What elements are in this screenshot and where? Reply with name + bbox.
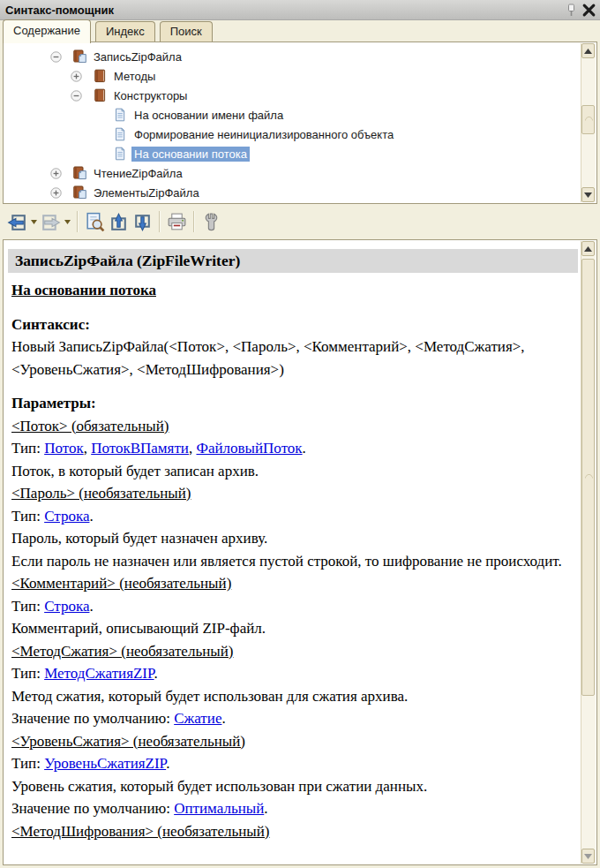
book-with-page-icon <box>72 49 91 64</box>
tree-scroll-up-icon[interactable] <box>581 43 595 58</box>
text-run: . <box>221 710 225 727</box>
book-icon <box>93 88 111 102</box>
book-with-page-icon <box>72 185 91 200</box>
help-content-panel: ЗаписьZipФайла (ZipFileWriter) На основа… <box>3 239 597 865</box>
tree-item[interactable]: На основании потока <box>4 144 581 163</box>
content-paragraph: Тип: Строка. <box>11 505 569 528</box>
tree-scroll-down-icon[interactable] <box>581 187 595 202</box>
find-in-contents-button[interactable] <box>83 210 107 234</box>
text-run: <УровеньСжатия> (необязательный) <box>11 733 245 750</box>
forward-button-dropdown-icon[interactable] <box>63 210 72 234</box>
close-icon[interactable] <box>581 3 596 18</box>
expander-minus-icon[interactable] <box>71 90 93 102</box>
tree-item-label: На основании имени файла <box>131 108 286 123</box>
content-paragraph: Пароль, который будет назначен архиву. <box>11 527 569 550</box>
tree-item[interactable]: ЧтениеZipФайла <box>4 163 581 183</box>
tree-scrollbar-thumb[interactable] <box>581 105 595 134</box>
param-heading: <УровеньСжатия> (необязательный) <box>11 730 569 753</box>
content-paragraph: Тип: УровеньСжатияZIP. <box>11 752 569 775</box>
expander-plus-icon[interactable] <box>50 168 72 179</box>
settings-button[interactable] <box>199 210 223 234</box>
expander-minus-icon[interactable] <box>50 51 72 63</box>
text-run: Уровень сжатия, который будет использова… <box>11 778 427 795</box>
window-title: Синтакс-помощник <box>0 4 114 17</box>
tree-item[interactable]: ЗаписьZipФайла <box>4 47 581 66</box>
text-run: Тип: <box>11 755 44 772</box>
text-run: Новый ЗаписьZipФайла(<Поток>, <Пароль>, … <box>11 338 525 378</box>
content-scroll-down-icon[interactable] <box>581 849 595 864</box>
tree-item-label: ЗаписьZipФайла <box>91 49 184 64</box>
type-link[interactable]: Поток <box>44 440 84 457</box>
text-run: Метод сжатия, который будет использован … <box>11 688 408 705</box>
text-run: , <box>84 440 92 457</box>
section-heading: Синтаксис: <box>11 313 569 336</box>
text-run: <Комментарий> (необязательный) <box>11 575 231 592</box>
previous-topic-button[interactable] <box>107 210 131 234</box>
text-run: <Пароль> (необязательный) <box>11 485 191 502</box>
text-run: Значение по умолчанию: <box>11 800 174 817</box>
section-heading: Параметры: <box>11 392 569 415</box>
next-topic-button[interactable] <box>131 210 154 234</box>
text-run: . <box>303 440 306 457</box>
text-run: . <box>264 800 267 817</box>
type-link[interactable]: ФайловыйПоток <box>196 440 302 457</box>
content-paragraph: Значение по умолчанию: Оптимальный. <box>11 797 569 820</box>
content-paragraph: Поток, в который будет записан архив. <box>11 460 569 483</box>
back-button[interactable] <box>5 210 29 234</box>
text-run: <Поток> (обязательный) <box>11 418 169 434</box>
text-run: Если пароль не назначен или является пус… <box>11 553 562 570</box>
help-content: ЗаписьZipФайла (ZipFileWriter) На основа… <box>4 240 581 864</box>
param-heading: <Пароль> (необязательный) <box>11 482 569 505</box>
content-scrollbar-thumb[interactable] <box>581 259 595 696</box>
type-link[interactable]: УровеньСжатияZIP <box>44 755 166 772</box>
text-run: . <box>89 508 93 525</box>
content-header: ЗаписьZipФайла (ZipFileWriter) <box>8 249 578 273</box>
tree-scrollbar[interactable] <box>581 43 596 202</box>
content-paragraph: Уровень сжатия, который будет использова… <box>11 775 569 798</box>
book-icon <box>93 69 111 83</box>
expander-plus-icon[interactable] <box>50 187 72 199</box>
pin-icon[interactable] <box>567 4 575 17</box>
document-icon <box>113 127 131 141</box>
contents-tree-panel: ЗаписьZipФайлаМетодыКонструкторыНа основ… <box>3 42 597 204</box>
tab-index[interactable]: Индекс <box>95 21 155 42</box>
content-body: На основании потокаСинтаксис:Новый Запис… <box>4 279 581 842</box>
type-link[interactable]: ПотокВПамяти <box>91 440 189 457</box>
tab-contents[interactable]: Содержание <box>3 19 91 43</box>
topic-title: На основании потока <box>11 279 569 302</box>
document-icon <box>113 147 131 161</box>
expander-plus-icon[interactable] <box>71 71 93 82</box>
text-run: Пароль, который будет назначен архиву. <box>11 530 267 547</box>
type-link[interactable]: Строка <box>44 598 89 615</box>
type-link[interactable]: Сжатие <box>174 710 221 727</box>
content-paragraph: Тип: Строка. <box>11 595 569 618</box>
tree-item-label: Формирование неинициализированного объек… <box>131 127 396 142</box>
type-link[interactable]: Строка <box>44 508 89 525</box>
text-run: Тип: <box>11 440 44 457</box>
content-paragraph: Метод сжатия, который будет использован … <box>11 685 569 708</box>
forward-button[interactable] <box>39 210 63 234</box>
content-paragraph: Тип: Поток, ПотокВПамяти, ФайловыйПоток. <box>11 437 569 460</box>
type-link[interactable]: Оптимальный <box>174 800 264 817</box>
text-run: . <box>154 665 158 682</box>
print-button[interactable] <box>165 210 189 234</box>
text-run: Тип: <box>11 508 44 525</box>
tree-item[interactable]: Конструкторы <box>4 86 581 105</box>
content-paragraph: Комментарий, описывающий ZIP-файл. <box>11 617 569 640</box>
param-heading: <МетодШифрования> (необязательный) <box>11 820 569 843</box>
content-paragraph: Если пароль не назначен или является пус… <box>11 550 569 573</box>
back-button-dropdown-icon[interactable] <box>29 210 39 234</box>
param-heading: <Поток> (обязательный) <box>11 415 569 438</box>
content-paragraph: Тип: МетодСжатияZIP. <box>11 662 569 685</box>
tree-item[interactable]: На основании имени файла <box>4 105 581 125</box>
tree-item[interactable]: Методы <box>4 66 581 86</box>
tab-bar: СодержаниеИндексПоиск <box>3 21 213 42</box>
tab-search[interactable]: Поиск <box>160 21 213 42</box>
text-run: . <box>89 598 93 615</box>
type-link[interactable]: МетодСжатияZIP <box>44 665 154 682</box>
text-run: . <box>166 755 169 772</box>
content-scrollbar[interactable] <box>581 241 596 864</box>
content-scroll-up-icon[interactable] <box>581 241 595 256</box>
tree-item[interactable]: Формирование неинициализированного объек… <box>4 125 581 144</box>
tree-item[interactable]: ЭлементыZipФайла <box>4 183 581 202</box>
